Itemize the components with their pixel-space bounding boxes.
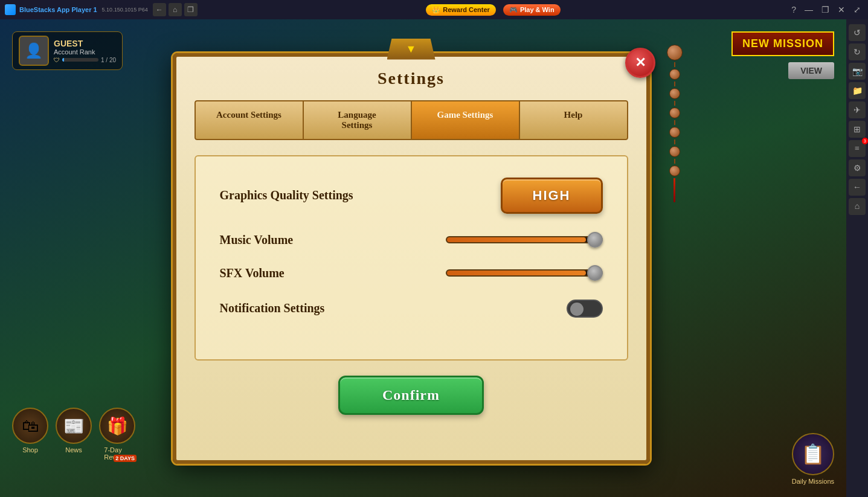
sidebar-back-icon[interactable]: ← <box>849 179 866 196</box>
bead-5 <box>669 146 680 157</box>
bead-6 <box>669 165 680 176</box>
tab-language[interactable]: LanguageSettings <box>303 100 411 140</box>
modal-top-decoration: ▼ <box>387 39 436 60</box>
bluestacks-icon <box>5 4 16 15</box>
right-sidebar: ↺ ↻ 📷 📁 ✈ ⊞ ≡ ⚙ ← ⌂ <box>846 19 868 497</box>
sidebar-camera-icon[interactable]: 📷 <box>849 63 866 80</box>
confirm-button[interactable]: Confirm <box>338 376 484 415</box>
app-version: 5.10.150.1015 P64 <box>102 7 148 13</box>
corner-br <box>619 432 649 463</box>
play-win-button[interactable]: 🎮 Play & Win <box>503 4 561 16</box>
game-area: 👤 GUEST Account Rank 🛡 1 / 20 🛍 Shop 📰 <box>0 19 846 497</box>
bead-tassel <box>674 178 675 202</box>
music-slider-track[interactable] <box>446 236 603 243</box>
nav-buttons: ← ⌂ ❐ <box>153 3 198 16</box>
bead-3 <box>669 107 680 118</box>
settings-title: Settings <box>194 69 628 88</box>
notification-toggle[interactable] <box>567 300 603 318</box>
nav-home-button[interactable]: ⌂ <box>169 3 182 16</box>
bead-2 <box>669 88 680 99</box>
bead-large <box>667 45 683 60</box>
close-button[interactable]: ✕ <box>625 48 655 78</box>
music-slider-container <box>446 236 603 243</box>
sidebar-rotate-icon[interactable]: ↺ <box>849 24 866 41</box>
reward-center-button[interactable]: 👑 Reward Center <box>426 4 496 16</box>
sfx-slider-container <box>446 269 603 277</box>
modal-overlay: ▼ ✕ Settings <box>0 19 846 497</box>
sfx-slider-track[interactable] <box>446 269 603 277</box>
titlebar: BlueStacks App Player 1 5.10.150.1015 P6… <box>0 0 868 19</box>
sidebar-airplane-icon[interactable]: ✈ <box>849 101 866 118</box>
graphics-high-button[interactable]: HIGH <box>501 178 603 214</box>
sfx-volume-row: SFX Volume <box>220 266 603 280</box>
notification-label: Notification Settings <box>220 301 325 315</box>
sfx-slider-thumb[interactable] <box>587 265 603 281</box>
bead-line-5 <box>674 139 675 144</box>
tab-game-label: Game Settings <box>437 110 493 120</box>
sidebar-settings-icon[interactable]: ⚙ <box>849 159 866 176</box>
bead-chain <box>667 45 683 202</box>
tab-game[interactable]: Game Settings <box>411 100 519 140</box>
music-slider-thumb[interactable] <box>587 232 603 248</box>
corner-bl <box>174 432 204 463</box>
notification-row: Notification Settings <box>220 300 603 318</box>
app-name: BlueStacks App Player 1 <box>19 6 97 13</box>
sidebar-layers-icon[interactable]: ≡ <box>849 140 866 157</box>
sidebar-grid-icon[interactable]: ⊞ <box>849 121 866 138</box>
bead-line-6 <box>674 159 675 164</box>
reward-center-label: Reward Center <box>443 6 490 13</box>
confirm-btn-container: Confirm <box>194 376 628 415</box>
toggle-knob <box>570 303 583 316</box>
sidebar-sync-icon[interactable]: ↻ <box>849 43 866 60</box>
bead-line-3 <box>674 101 675 106</box>
bead-line-2 <box>674 82 675 86</box>
minimize-button[interactable]: — <box>802 5 815 14</box>
graphics-label: Graphics Quality Settings <box>220 188 353 202</box>
app-logo: BlueStacks App Player 1 5.10.150.1015 P6… <box>5 4 148 15</box>
sidebar-folder-icon[interactable]: 📁 <box>849 82 866 99</box>
bead-line-1 <box>674 62 675 67</box>
sidebar-home-icon[interactable]: ⌂ <box>849 198 866 215</box>
graphics-quality-row: Graphics Quality Settings HIGH <box>220 178 603 214</box>
window-controls: ? — ❐ ✕ ⤢ <box>789 5 863 14</box>
play-win-icon: 🎮 <box>509 6 518 14</box>
nav-copy-button[interactable]: ❐ <box>184 3 198 16</box>
music-volume-row: Music Volume <box>220 233 603 247</box>
tab-language-label: LanguageSettings <box>338 110 376 130</box>
restore-button[interactable]: ❐ <box>819 5 832 14</box>
music-label: Music Volume <box>220 233 294 247</box>
tab-account-label: Account Settings <box>216 110 281 120</box>
corner-tl <box>174 54 204 85</box>
sfx-label: SFX Volume <box>220 266 285 280</box>
settings-content: Graphics Quality Settings HIGH Music Vol… <box>194 155 628 361</box>
close-button[interactable]: ✕ <box>835 5 847 14</box>
music-slider-fill <box>447 237 586 242</box>
nav-back-button[interactable]: ← <box>153 3 166 16</box>
expand-button[interactable]: ⤢ <box>851 5 863 14</box>
titlebar-center: 👑 Reward Center 🎮 Play & Win <box>198 4 789 16</box>
settings-modal: ▼ ✕ Settings <box>173 53 650 464</box>
tab-help[interactable]: Help <box>519 100 628 140</box>
play-win-label: Play & Win <box>520 6 555 13</box>
sfx-slider-fill <box>447 271 586 275</box>
bead-4 <box>669 127 680 138</box>
bead-line-4 <box>674 120 675 125</box>
bead-1 <box>669 69 680 80</box>
help-button[interactable]: ? <box>789 5 799 14</box>
settings-tabs: Account Settings LanguageSettings Game S… <box>194 100 628 140</box>
tab-help-label: Help <box>564 110 583 120</box>
tab-account[interactable]: Account Settings <box>194 100 303 140</box>
reward-icon: 👑 <box>432 6 440 14</box>
